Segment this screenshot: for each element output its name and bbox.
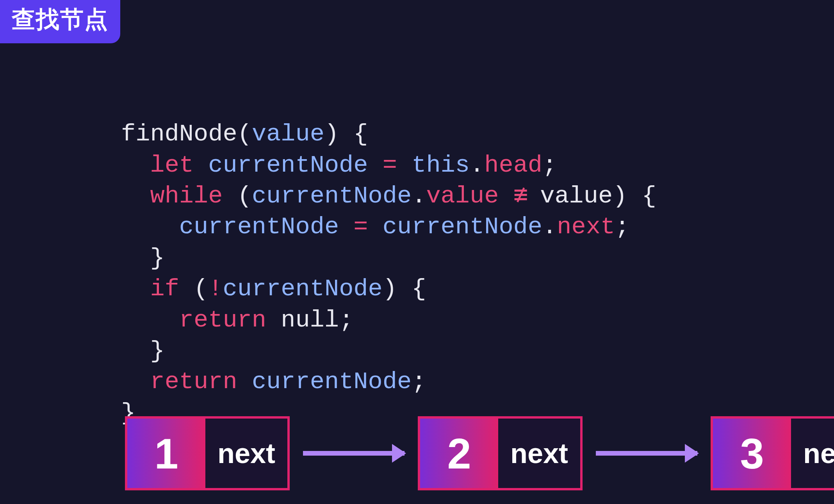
code-punct: ) bbox=[383, 275, 397, 303]
code-brace: } bbox=[150, 337, 164, 365]
code-prop-value: value bbox=[426, 182, 499, 210]
node-next-label: next bbox=[791, 419, 834, 488]
arrow-icon bbox=[303, 451, 405, 456]
node-value: 1 bbox=[127, 419, 205, 488]
header-title: 查找节点 bbox=[12, 6, 109, 32]
code-punct: ( bbox=[194, 275, 208, 303]
code-semi: ; bbox=[412, 368, 426, 396]
code-prop-head: head bbox=[484, 151, 542, 179]
code-prop-next: next bbox=[557, 213, 615, 241]
code-var: currentNode bbox=[252, 182, 412, 210]
code-brace: } bbox=[150, 244, 164, 272]
list-node: 3 next bbox=[711, 416, 834, 490]
code-keyword-return: return bbox=[179, 306, 266, 334]
code-brace: { bbox=[642, 182, 656, 210]
node-next-label: next bbox=[205, 419, 287, 488]
list-node: 2 next bbox=[418, 416, 583, 490]
list-node: 1 next bbox=[125, 416, 290, 490]
code-punct: ) bbox=[613, 182, 627, 210]
code-param: value bbox=[252, 120, 324, 148]
code-var: currentNode bbox=[208, 151, 368, 179]
code-fn-name: findNode bbox=[121, 120, 237, 148]
code-dot: . bbox=[470, 151, 484, 179]
code-var: currentNode bbox=[383, 213, 542, 241]
code-op-eq: = bbox=[383, 151, 397, 179]
code-keyword-let: let bbox=[150, 151, 194, 179]
code-snippet: findNode(value) { let currentNode = this… bbox=[121, 88, 656, 428]
code-var: currentNode bbox=[179, 213, 339, 241]
code-var: currentNode bbox=[252, 368, 412, 396]
code-brace: { bbox=[412, 275, 426, 303]
linked-list-diagram: 1 next 2 next 3 next bbox=[125, 416, 818, 490]
code-semi: ; bbox=[542, 151, 557, 179]
code-op-bang: ! bbox=[208, 275, 223, 303]
code-keyword-return: return bbox=[150, 368, 237, 396]
code-var: currentNode bbox=[223, 275, 383, 303]
node-value: 3 bbox=[713, 419, 791, 488]
code-op-neq-icon: ≢ bbox=[513, 181, 526, 211]
code-semi: ; bbox=[339, 306, 353, 334]
code-op-eq: = bbox=[353, 213, 368, 241]
code-dot: . bbox=[412, 182, 426, 210]
node-value: 2 bbox=[420, 419, 498, 488]
code-punct: ( bbox=[237, 182, 252, 210]
node-next-label: next bbox=[498, 419, 580, 488]
code-null: null bbox=[281, 306, 339, 334]
code-keyword-while: while bbox=[150, 182, 223, 210]
code-value-ref: value bbox=[540, 182, 613, 210]
code-dot: . bbox=[542, 213, 557, 241]
code-punct: ) { bbox=[324, 120, 368, 148]
arrow-icon bbox=[596, 451, 697, 456]
code-punct: ( bbox=[237, 120, 252, 148]
code-keyword-if: if bbox=[150, 275, 179, 303]
code-this: this bbox=[412, 151, 470, 179]
header-tab: 查找节点 bbox=[0, 0, 120, 43]
code-semi: ; bbox=[615, 213, 629, 241]
